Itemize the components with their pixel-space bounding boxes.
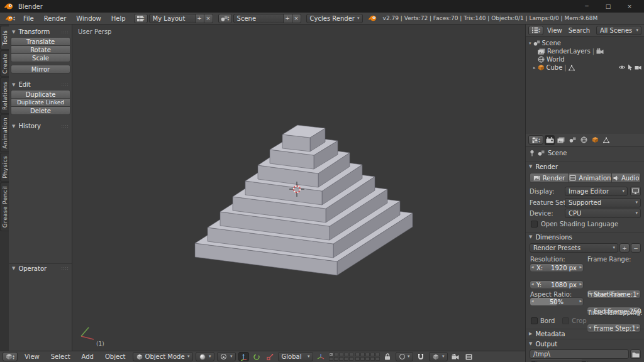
browse-folder-button[interactable] (630, 349, 641, 359)
outliner-row-renderlayers[interactable]: RenderLayers | (526, 47, 644, 55)
duplicate-linked-button[interactable]: Duplicate Linked (11, 98, 70, 107)
layer-cell[interactable] (344, 357, 348, 361)
disclosure-icon[interactable]: ▾ (529, 41, 531, 46)
layout-browse-button[interactable]: ▴▾ (134, 14, 148, 23)
translate-button[interactable]: Translate (11, 37, 70, 46)
minimize-button[interactable]: ─ (576, 0, 597, 13)
layer-cell[interactable] (355, 353, 360, 356)
opengl-render-anim-button[interactable] (464, 352, 474, 361)
layer-cell[interactable] (329, 353, 333, 356)
add-scene-button[interactable]: + (283, 14, 292, 23)
manipulator-translate-button[interactable] (238, 352, 249, 361)
outliner-row-scene[interactable]: ▾ Scene (526, 39, 644, 47)
panel-grip-icon[interactable] (61, 30, 69, 34)
tab-scene[interactable] (567, 135, 577, 145)
tab-tools[interactable]: Tools (0, 26, 9, 50)
shading-select[interactable] (196, 352, 214, 361)
delete-scene-button[interactable]: × (292, 14, 301, 23)
layer-cell[interactable] (365, 353, 370, 356)
add-preset-button[interactable]: + (619, 243, 630, 253)
opengl-render-button[interactable] (450, 352, 461, 361)
proportional-edit-select[interactable] (396, 352, 413, 361)
panel-header-edit[interactable]: ▼ Edit (9, 80, 72, 89)
scene-browse-button[interactable]: ▴▾ (218, 14, 232, 23)
outliner-row-world[interactable]: World (526, 55, 644, 63)
panel-header-metadata[interactable]: ▶ Metadata (526, 329, 644, 338)
duplicate-button[interactable]: Duplicate (11, 90, 70, 99)
panel-header-dimensions[interactable]: ▼ Dimensions (526, 232, 644, 241)
layer-cell[interactable] (370, 353, 375, 356)
orientation-select[interactable]: Global (278, 352, 313, 361)
layer-cell[interactable] (370, 357, 375, 361)
tab-grease-pencil[interactable]: Grease Pencil (0, 182, 9, 231)
visibility-eye-icon[interactable] (618, 65, 626, 70)
disclosure-icon[interactable]: ▸ (533, 65, 536, 70)
snap-toggle-button[interactable] (416, 352, 426, 361)
app-menu-button[interactable]: ▴▾ (3, 14, 18, 23)
tab-world[interactable] (579, 135, 589, 145)
editor-type-button[interactable]: ▴▾ (528, 135, 543, 145)
output-path-field[interactable]: /tmp\ (530, 349, 629, 359)
menu-view[interactable]: View (545, 27, 565, 34)
manipulator-scale-button[interactable] (265, 352, 275, 361)
editor-type-button[interactable]: ▴▾ (528, 26, 543, 35)
outliner-item-label[interactable]: World (547, 56, 565, 63)
layer-cell[interactable] (355, 357, 360, 361)
layer-cell[interactable] (334, 357, 338, 361)
resolution-x-field[interactable]: X:1920 px (530, 263, 584, 272)
menu-render[interactable]: Render (40, 15, 71, 22)
menu-view[interactable]: View (20, 353, 44, 360)
resolution-y-field[interactable]: Y:1080 px (530, 280, 584, 289)
pyramid-object[interactable] (195, 125, 413, 275)
render-presets-select[interactable]: Render Presets (530, 243, 618, 253)
manipulator-toggle-button[interactable] (316, 352, 326, 361)
display-extra-button[interactable] (630, 187, 641, 196)
delete-layout-button[interactable]: × (204, 14, 213, 23)
manipulator-rotate-button[interactable] (252, 352, 262, 361)
render-audio-button[interactable]: Audio (611, 173, 641, 183)
menu-search[interactable]: Search (566, 27, 592, 34)
selectability-cursor-icon[interactable] (628, 64, 633, 70)
tab-relations[interactable]: Relations (0, 77, 9, 114)
layout-name-field[interactable]: My Layout (149, 14, 196, 23)
editor-type-button[interactable]: ▴▾ (3, 352, 18, 361)
layer-cell[interactable] (375, 357, 380, 361)
delete-button[interactable]: Delete (11, 106, 70, 115)
outliner-item-label[interactable]: Scene (542, 40, 562, 47)
layer-cell[interactable] (344, 353, 348, 356)
outliner-filter-select[interactable]: All Scenes (596, 26, 641, 35)
outliner-item-label[interactable]: RenderLayers (547, 48, 591, 55)
layer-cell[interactable] (360, 353, 365, 356)
layer-cell[interactable] (375, 353, 380, 356)
tab-render-layers[interactable] (556, 135, 566, 145)
remove-preset-button[interactable]: − (631, 243, 641, 253)
panel-grip-icon[interactable] (61, 266, 69, 270)
menu-help[interactable]: Help (107, 15, 130, 22)
snap-element-select[interactable] (429, 352, 448, 361)
panel-header-output[interactable]: ▼ Output (526, 339, 644, 348)
panel-header-history[interactable]: ▼ History (9, 121, 72, 131)
menu-add[interactable]: Add (77, 353, 98, 360)
resolution-percentage-slider[interactable]: 50% (530, 297, 584, 306)
menu-select[interactable]: Select (47, 353, 75, 360)
layer-cell[interactable] (334, 353, 338, 356)
render-button[interactable]: Render (530, 173, 569, 183)
pivot-select[interactable] (217, 352, 236, 361)
mode-select[interactable]: Object Mode (133, 352, 193, 361)
render-animation-button[interactable]: Animation (568, 173, 612, 183)
rotate-button[interactable]: Rotate (11, 45, 70, 54)
close-button[interactable]: × (619, 0, 640, 13)
tab-physics[interactable]: Physics (0, 153, 9, 182)
menu-file[interactable]: File (19, 15, 38, 22)
outliner-row-cube[interactable]: ▸ Cube | (526, 63, 644, 72)
osl-checkbox[interactable] (531, 221, 538, 228)
outliner-item-label[interactable]: Cube (547, 64, 563, 71)
panel-header-render[interactable]: ▼ Render (526, 162, 644, 171)
tab-render[interactable] (545, 135, 555, 145)
pin-icon[interactable] (530, 150, 535, 156)
layer-cell[interactable] (365, 357, 370, 361)
viewport-3d[interactable]: User Persp (1) (72, 25, 525, 351)
menu-window[interactable]: Window (72, 15, 105, 22)
scale-button[interactable]: Scale (11, 53, 70, 62)
border-checkbox[interactable] (531, 317, 538, 324)
